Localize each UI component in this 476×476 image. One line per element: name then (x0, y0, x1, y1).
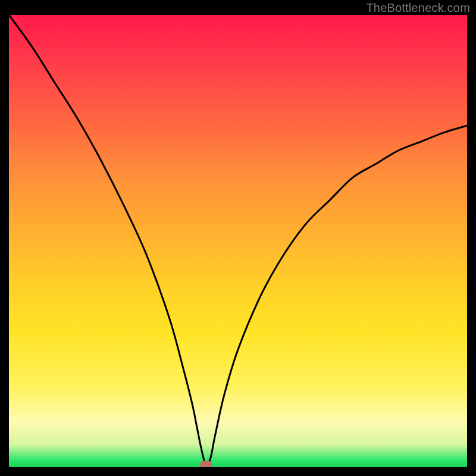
chart-frame: TheBottleneck.com (0, 0, 476, 476)
plot-area (9, 15, 467, 467)
minimum-marker (200, 461, 212, 467)
watermark-text: TheBottleneck.com (366, 1, 470, 15)
bottleneck-curve (9, 15, 467, 467)
